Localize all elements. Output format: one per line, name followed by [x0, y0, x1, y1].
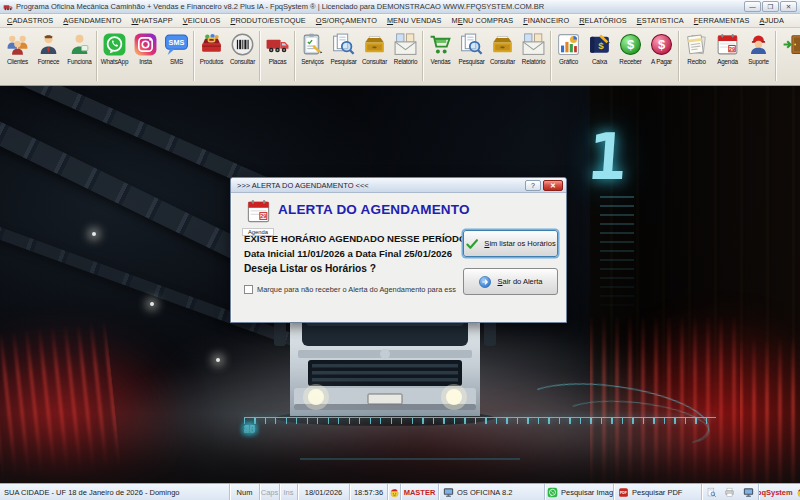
dont-show-again-checkbox[interactable] — [244, 285, 253, 294]
toolbar-button-vendas[interactable]: Vendas — [425, 29, 456, 83]
toolbar-button-receber[interactable]: Receber — [615, 29, 646, 83]
toolbar-button-label: Serviços — [301, 58, 324, 65]
dialog-close-button[interactable]: ✕ — [543, 180, 563, 191]
toolbar-button-relatorio[interactable]: Relatório — [518, 29, 549, 83]
toolbar-group-7: GráficoCaixaReceberA Pagar — [553, 29, 677, 83]
printer-icon[interactable] — [724, 487, 735, 498]
toolbar-button-consultar[interactable]: Consultar — [359, 29, 390, 83]
status-brand: FpqSystem — [759, 484, 800, 500]
page-search-icon[interactable] — [706, 487, 717, 498]
menu-bar: CADASTROSAGENDAMENTOWHATSAPPVEICULOSPROD… — [0, 14, 800, 28]
menu-produto-estoque[interactable]: PRODUTO/ESTOQUE — [225, 16, 310, 25]
search-docs-icon — [459, 32, 484, 57]
monitor-icon[interactable] — [743, 487, 754, 498]
toolbar-button-a-pagar[interactable]: A Pagar — [646, 29, 677, 83]
toolbar-group-5: ServiçosPesquisarConsultarRelatório — [297, 29, 421, 83]
toolbar-button-clientes[interactable]: Clientes — [2, 29, 33, 83]
drawer-icon — [362, 32, 387, 57]
toolbar-button-agenda[interactable]: Agenda — [712, 29, 743, 83]
toolbar-button-recibo[interactable]: Recibo — [681, 29, 712, 83]
toolbar-button-whatsapp[interactable]: WhatsApp — [99, 29, 130, 83]
whatsapp-icon — [102, 32, 127, 57]
toolbar-button-label: Receber — [619, 58, 641, 65]
toolbar-separator — [775, 31, 777, 81]
toolbar-button-label: Recibo — [687, 58, 705, 65]
menu-veiculos[interactable]: VEICULOS — [178, 16, 226, 25]
toolbar-button-relatorio[interactable]: Relatório — [390, 29, 421, 83]
toolbar-button-label: Placas — [269, 58, 287, 65]
toolbar-button-funciona[interactable]: Funciona — [64, 29, 95, 83]
toolbar-button-grafico[interactable]: Gráfico — [553, 29, 584, 83]
cart-icon — [428, 32, 453, 57]
sms-icon — [164, 32, 189, 57]
toolbar-button-placas[interactable]: Placas — [262, 29, 293, 83]
dialog-title-bar[interactable]: >>> ALERTA DO AGENDAMENTO <<< ? ✕ — [231, 178, 566, 193]
smiley-hat-icon — [796, 487, 800, 498]
menu-ajuda[interactable]: AJUDA — [754, 16, 788, 25]
toolbar-button-produtos[interactable]: Produtos — [196, 29, 227, 83]
toolbar-separator — [294, 31, 296, 81]
menu-whatsapp[interactable]: WHATSAPP — [126, 16, 177, 25]
menu-cadastros[interactable]: CADASTROS — [2, 16, 58, 25]
toolbar-button-pesquisar[interactable]: Pesquisar — [328, 29, 359, 83]
close-button[interactable]: ✕ — [780, 1, 797, 12]
toolbar-button-label: WhatsApp — [101, 58, 128, 65]
toolbar-group-6: VendasPesquisarConsultarRelatório — [425, 29, 549, 83]
status-insert: Ins — [280, 484, 298, 500]
dont-show-again-label: Marque para não receber o Alerta do Agen… — [257, 285, 456, 294]
dialog-message-line1: EXISTE HORÁRIO AGENDADO NESSE PERÍODO: — [244, 233, 470, 244]
toolbar-button-suporte[interactable]: Suporte — [743, 29, 774, 83]
yes-list-schedules-button[interactable]: Sim listar os Horários — [463, 230, 558, 257]
status-date: 18/01/2026 — [298, 484, 350, 500]
status-search-pdf[interactable]: Pesquisar PDF — [614, 484, 702, 500]
arrow-circle-icon — [478, 275, 492, 289]
minimize-button[interactable]: — — [744, 1, 761, 12]
toolbar-separator — [550, 31, 552, 81]
menu-ferramentas[interactable]: FERRAMENTAS — [689, 16, 755, 25]
toolbar-button-consultar[interactable]: Consultar — [487, 29, 518, 83]
status-location: SUA CIDADE - UF 18 de Janeiro de 2026 - … — [0, 484, 230, 500]
drawer-icon — [490, 32, 515, 57]
toolbar-button-pesquisar[interactable]: Pesquisar — [456, 29, 487, 83]
exit-alert-button[interactable]: Sair do Alerta — [463, 268, 558, 295]
menu-os-orcamento[interactable]: OS/ORÇAMENTO — [311, 16, 382, 25]
status-caps-lock: Caps — [260, 484, 280, 500]
tunnel-lamp — [150, 302, 154, 306]
toolbar-button-sms[interactable]: SMS — [161, 29, 192, 83]
calendar-icon — [715, 32, 740, 57]
menu-agendamento[interactable]: AGENDAMENTO — [58, 16, 126, 25]
toolbar-button-label: Agenda — [717, 58, 738, 65]
menu-menu-vendas[interactable]: MENU VENDAS — [382, 16, 447, 25]
exit-icon — [781, 32, 800, 57]
toolbar-button-consultar[interactable]: Consultar — [227, 29, 258, 83]
status-search-images[interactable]: Pesquisar Imagens — [545, 484, 614, 500]
menu-financeiro[interactable]: FINANCEIRO — [518, 16, 574, 25]
status-mascot — [388, 484, 401, 500]
status-time: 18:57:36 — [350, 484, 388, 500]
status-os-version: OS OFICINA 8.2 — [439, 484, 545, 500]
dialog-help-button[interactable]: ? — [525, 180, 541, 191]
toolbar-button-label: Pesquisar — [458, 58, 484, 65]
clients-icon — [5, 32, 30, 57]
menu-relatorios[interactable]: RELATÓRIOS — [574, 16, 632, 25]
toolbar-separator — [259, 31, 261, 81]
toolbar-button-caixa[interactable]: Caixa — [584, 29, 615, 83]
pdf-icon — [618, 487, 629, 498]
employee-icon — [67, 32, 92, 57]
status-quick-icons — [702, 484, 759, 500]
title-bar: Programa Oficina Mecânica Caminhão + Ven… — [0, 0, 800, 14]
status-bar: SUA CIDADE - UF 18 de Janeiro de 2026 - … — [0, 483, 800, 500]
toolbar-button-fornece[interactable]: Fornece — [33, 29, 64, 83]
toolbar-group-1: ClientesForneceFunciona — [2, 29, 95, 83]
report-icon — [393, 32, 418, 57]
toolbar-group-8: ReciboAgendaSuporte — [681, 29, 774, 83]
toolbar-button-servicos[interactable]: Serviços — [297, 29, 328, 83]
restore-button[interactable]: ❐ — [762, 1, 779, 12]
supplier-icon — [36, 32, 61, 57]
agenda-calendar-icon: Agenda — [242, 198, 274, 236]
menu-estatistica[interactable]: ESTATISTICA — [632, 16, 689, 25]
toolbar-button-insta[interactable]: Insta — [130, 29, 161, 83]
toolbar-button-exit[interactable] — [778, 29, 800, 83]
toolbar-button-label: Consultar — [362, 58, 387, 65]
menu-menu-compras[interactable]: MENU COMPRAS — [447, 16, 519, 25]
